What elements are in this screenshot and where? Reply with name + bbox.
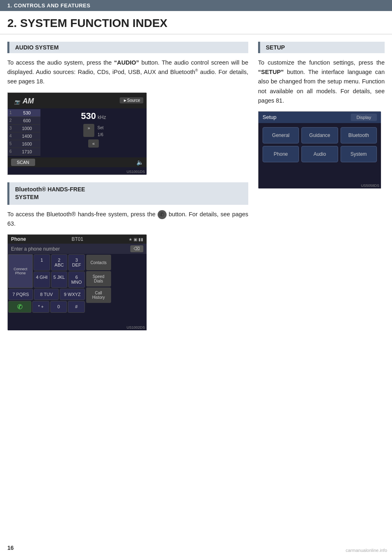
phone-input-placeholder: Enter a phone number — [11, 246, 60, 252]
preset-1[interactable]: 1 530 — [8, 109, 40, 117]
guidance-btn[interactable]: Guidance — [301, 127, 338, 143]
phone-status-icons: ★ ▣ ▮▮ — [129, 237, 143, 242]
content-area: AUDIO SYSTEM To access the audio system,… — [0, 34, 392, 337]
phone-btn[interactable]: Phone — [263, 146, 299, 162]
radio-back-controls: « — [88, 139, 99, 148]
setup-screenshot: Setup Display General Guidance Bluetooth… — [258, 111, 381, 188]
scan-button[interactable]: SCAN — [11, 159, 35, 166]
source-button[interactable]: ►Source — [120, 97, 143, 103]
right-column: SETUP To customize the function settings… — [258, 42, 385, 337]
call-button[interactable]: ✆ — [8, 301, 31, 313]
phone-screen: Phone BT01 ★ ▣ ▮▮ Enter a phone number ⌫… — [8, 235, 147, 330]
phone-keypad: ConnectPhone 1 2 ABC 3 DEF 4 GHI 5 JKL — [8, 254, 147, 313]
radio-screenshot-label: US1001DS — [127, 170, 145, 174]
mute-icon[interactable]: 🔈 — [136, 159, 143, 166]
keypad-row-2: 4 GHI 5 JKL 6 MNO — [33, 271, 85, 288]
key-hash[interactable]: # — [68, 301, 85, 313]
preset-2[interactable]: 2 600 — [8, 117, 40, 125]
radio-presets: 1 530 2 600 3 1000 4 140 — [8, 109, 40, 156]
contacts-btn[interactable]: Contacts — [86, 255, 111, 270]
radio-logo: 📷 AM — [11, 94, 37, 107]
header-section-label: 1. CONTROLS AND FEATURES — [7, 2, 90, 9]
page-info: 1/6 — [98, 132, 103, 137]
set-label: Set — [98, 126, 104, 130]
key-3[interactable]: 3 DEF — [68, 254, 85, 271]
key-0[interactable]: 0 — [50, 301, 67, 313]
phone-bt-label: BT01 — [71, 236, 83, 242]
preset-4[interactable]: 4 1400 — [8, 132, 40, 140]
radio-main-area: 1 530 2 600 3 1000 4 140 — [8, 108, 147, 156]
phone-screenshot: Phone BT01 ★ ▣ ▮▮ Enter a phone number ⌫… — [7, 234, 146, 330]
call-history-btn[interactable]: CallHistory — [86, 287, 111, 303]
radio-frequency: 530 — [81, 111, 96, 121]
radio-bottom-bar: SCAN 🔈 — [8, 157, 147, 167]
display-button[interactable]: Display — [351, 114, 377, 121]
key-9[interactable]: 9 WXYZ — [60, 289, 85, 300]
general-btn[interactable]: General — [263, 127, 299, 143]
radio-screen: 📷 AM ►Source 1 530 2 — [8, 93, 147, 175]
key-2[interactable]: 2 ABC — [51, 254, 68, 271]
bluetooth-section-header: Bluetooth® HANDS-FREE SYSTEM — [7, 182, 248, 205]
preset-6[interactable]: 6 1710 — [8, 148, 40, 156]
radio-freq-unit: kHz — [98, 114, 106, 120]
phone-title-label: Phone — [11, 236, 26, 242]
bluetooth-btn[interactable]: Bluetooth — [341, 127, 377, 143]
keypad-row-3: 7 PQRS 8 TUV 9 WXYZ — [8, 288, 85, 300]
radio-forward-btn[interactable]: » — [83, 124, 94, 137]
phone-side-buttons: Contacts SpeedDials CallHistory — [85, 254, 112, 313]
phone-input-row: Enter a phone number ⌫ — [8, 244, 147, 254]
keypad-row-1: 1 2 ABC 3 DEF — [33, 254, 85, 271]
setup-screen: Setup Display General Guidance Bluetooth… — [258, 112, 381, 188]
system-btn[interactable]: System — [341, 146, 377, 162]
setup-topbar: Setup Display — [258, 112, 381, 123]
key-1[interactable]: 1 — [33, 254, 50, 271]
phone-screenshot-label: US1002DS — [127, 325, 145, 330]
connect-phone-btn[interactable]: ConnectPhone — [8, 254, 33, 288]
setup-body-text: To customize the function settings, pres… — [258, 58, 385, 105]
setup-buttons-grid: General Guidance Bluetooth Phone Audio S… — [258, 123, 381, 166]
radio-screenshot: 📷 AM ►Source 1 530 2 — [7, 92, 146, 175]
key-7[interactable]: 7 PQRS — [8, 289, 33, 300]
keypad-row-4: ✆ * + 0 # — [8, 300, 85, 313]
key-4[interactable]: 4 GHI — [33, 271, 50, 288]
setup-title-label: Setup — [263, 114, 276, 120]
speed-dials-btn[interactable]: SpeedDials — [86, 271, 111, 287]
setup-screenshot-label: US5058DS — [361, 184, 379, 188]
radio-nav-controls: » Set 1/6 — [83, 124, 103, 137]
phone-topbar: Phone BT01 ★ ▣ ▮▮ — [8, 235, 147, 244]
preset-3[interactable]: 3 1000 — [8, 125, 40, 132]
top-header: 1. CONTROLS AND FEATURES — [0, 0, 392, 11]
radio-right-controls: 530 kHz » Set 1/6 « — [40, 109, 147, 156]
bluetooth-body-text: To access the Bluetooth® hands-free syst… — [7, 210, 248, 229]
key-8[interactable]: 8 TUV — [34, 289, 59, 300]
phone-button-icon: ✆ — [158, 210, 167, 219]
page-title: 2. SYSTEM FUNCTION INDEX — [0, 11, 392, 34]
setup-section-header: SETUP — [258, 42, 385, 53]
page-number: 16 — [7, 545, 14, 551]
radio-back-btn[interactable]: « — [88, 139, 99, 148]
phone-backspace-btn[interactable]: ⌫ — [130, 245, 143, 252]
watermark: carmanualonline.info — [345, 548, 387, 553]
radio-topbar: 📷 AM ►Source — [8, 93, 147, 108]
preset-5[interactable]: 5 1600 — [8, 140, 40, 148]
key-5[interactable]: 5 JKL — [51, 271, 68, 288]
key-6[interactable]: 6 MNO — [68, 271, 85, 288]
audio-section-header: AUDIO SYSTEM — [7, 42, 248, 53]
left-column: AUDIO SYSTEM To access the audio system,… — [7, 42, 248, 337]
audio-body-text: To access the audio system, press the “A… — [7, 58, 248, 87]
key-star[interactable]: * + — [32, 301, 49, 313]
audio-btn[interactable]: Audio — [301, 146, 338, 162]
